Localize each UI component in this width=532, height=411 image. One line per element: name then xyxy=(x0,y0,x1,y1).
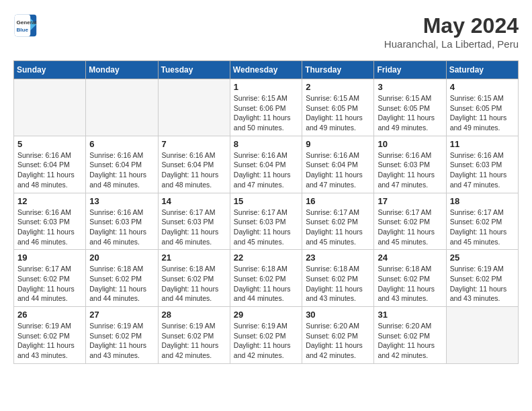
calendar-cell: 28Sunrise: 6:19 AM Sunset: 6:02 PM Dayli… xyxy=(158,307,230,364)
calendar-week-row: 12Sunrise: 6:16 AM Sunset: 6:03 PM Dayli… xyxy=(14,193,519,250)
calendar-cell: 26Sunrise: 6:19 AM Sunset: 6:02 PM Dayli… xyxy=(14,307,86,364)
day-number: 26 xyxy=(17,310,82,320)
calendar-cell: 1Sunrise: 6:15 AM Sunset: 6:06 PM Daylig… xyxy=(230,79,302,136)
day-info: Sunrise: 6:16 AM Sunset: 6:04 PM Dayligh… xyxy=(162,150,226,190)
calendar-cell: 9Sunrise: 6:16 AM Sunset: 6:04 PM Daylig… xyxy=(302,136,374,193)
calendar-cell xyxy=(446,307,518,364)
day-info: Sunrise: 6:19 AM Sunset: 6:02 PM Dayligh… xyxy=(234,321,298,361)
day-info: Sunrise: 6:17 AM Sunset: 6:03 PM Dayligh… xyxy=(162,208,226,247)
calendar-cell: 27Sunrise: 6:19 AM Sunset: 6:02 PM Dayli… xyxy=(86,307,158,364)
day-number: 13 xyxy=(89,196,154,206)
page-header: General Blue May 2024 Huaranchal, La Lib… xyxy=(13,13,519,50)
day-number: 16 xyxy=(306,196,370,206)
day-info: Sunrise: 6:20 AM Sunset: 6:02 PM Dayligh… xyxy=(306,321,370,361)
weekday-header: Monday xyxy=(86,61,158,79)
day-info: Sunrise: 6:17 AM Sunset: 6:03 PM Dayligh… xyxy=(234,208,298,247)
day-number: 11 xyxy=(450,139,515,149)
calendar-cell: 19Sunrise: 6:17 AM Sunset: 6:02 PM Dayli… xyxy=(14,250,86,307)
calendar-cell: 10Sunrise: 6:16 AM Sunset: 6:03 PM Dayli… xyxy=(374,136,446,193)
day-info: Sunrise: 6:17 AM Sunset: 6:02 PM Dayligh… xyxy=(17,264,82,304)
svg-text:Blue: Blue xyxy=(17,27,29,33)
calendar-cell: 2Sunrise: 6:15 AM Sunset: 6:05 PM Daylig… xyxy=(302,79,374,136)
calendar-cell: 23Sunrise: 6:18 AM Sunset: 6:02 PM Dayli… xyxy=(302,250,374,307)
day-number: 7 xyxy=(162,139,226,149)
calendar-week-row: 1Sunrise: 6:15 AM Sunset: 6:06 PM Daylig… xyxy=(14,79,519,136)
calendar-cell: 5Sunrise: 6:16 AM Sunset: 6:04 PM Daylig… xyxy=(14,136,86,193)
day-number: 12 xyxy=(17,196,82,206)
weekday-header: Thursday xyxy=(302,61,374,79)
day-number: 15 xyxy=(234,196,298,206)
calendar-cell: 7Sunrise: 6:16 AM Sunset: 6:04 PM Daylig… xyxy=(158,136,230,193)
calendar-table: SundayMondayTuesdayWednesdayThursdayFrid… xyxy=(13,60,519,364)
calendar-cell: 30Sunrise: 6:20 AM Sunset: 6:02 PM Dayli… xyxy=(302,307,374,364)
calendar-cell: 24Sunrise: 6:18 AM Sunset: 6:02 PM Dayli… xyxy=(374,250,446,307)
day-info: Sunrise: 6:15 AM Sunset: 6:05 PM Dayligh… xyxy=(378,93,442,133)
day-number: 17 xyxy=(378,196,442,206)
day-info: Sunrise: 6:18 AM Sunset: 6:02 PM Dayligh… xyxy=(378,264,442,304)
day-number: 29 xyxy=(234,310,298,320)
calendar-week-row: 5Sunrise: 6:16 AM Sunset: 6:04 PM Daylig… xyxy=(14,136,519,193)
day-number: 8 xyxy=(234,139,298,149)
calendar-cell: 29Sunrise: 6:19 AM Sunset: 6:02 PM Dayli… xyxy=(230,307,302,364)
weekday-header: Saturday xyxy=(446,61,518,79)
calendar-cell: 20Sunrise: 6:18 AM Sunset: 6:02 PM Dayli… xyxy=(86,250,158,307)
day-info: Sunrise: 6:16 AM Sunset: 6:03 PM Dayligh… xyxy=(378,150,442,190)
logo: General Blue xyxy=(13,13,38,38)
calendar-cell: 12Sunrise: 6:16 AM Sunset: 6:03 PM Dayli… xyxy=(14,193,86,250)
day-number: 1 xyxy=(234,82,298,92)
calendar-cell: 11Sunrise: 6:16 AM Sunset: 6:03 PM Dayli… xyxy=(446,136,518,193)
day-number: 18 xyxy=(450,196,515,206)
day-number: 3 xyxy=(378,82,442,92)
day-info: Sunrise: 6:19 AM Sunset: 6:02 PM Dayligh… xyxy=(89,321,154,361)
day-info: Sunrise: 6:15 AM Sunset: 6:06 PM Dayligh… xyxy=(234,93,298,133)
day-number: 2 xyxy=(306,82,370,92)
day-info: Sunrise: 6:16 AM Sunset: 6:04 PM Dayligh… xyxy=(306,150,370,190)
calendar-cell: 16Sunrise: 6:17 AM Sunset: 6:02 PM Dayli… xyxy=(302,193,374,250)
day-number: 27 xyxy=(89,310,154,320)
day-number: 19 xyxy=(17,253,82,263)
day-info: Sunrise: 6:18 AM Sunset: 6:02 PM Dayligh… xyxy=(234,264,298,304)
day-number: 9 xyxy=(306,139,370,149)
calendar-cell: 13Sunrise: 6:16 AM Sunset: 6:03 PM Dayli… xyxy=(86,193,158,250)
day-number: 24 xyxy=(378,253,442,263)
day-number: 31 xyxy=(378,310,442,320)
calendar-cell: 3Sunrise: 6:15 AM Sunset: 6:05 PM Daylig… xyxy=(374,79,446,136)
weekday-header: Sunday xyxy=(14,61,86,79)
day-info: Sunrise: 6:18 AM Sunset: 6:02 PM Dayligh… xyxy=(89,264,154,304)
calendar-week-row: 26Sunrise: 6:19 AM Sunset: 6:02 PM Dayli… xyxy=(14,307,519,364)
day-info: Sunrise: 6:19 AM Sunset: 6:02 PM Dayligh… xyxy=(450,264,515,304)
calendar-cell: 4Sunrise: 6:15 AM Sunset: 6:05 PM Daylig… xyxy=(446,79,518,136)
calendar-cell: 22Sunrise: 6:18 AM Sunset: 6:02 PM Dayli… xyxy=(230,250,302,307)
calendar-cell: 8Sunrise: 6:16 AM Sunset: 6:04 PM Daylig… xyxy=(230,136,302,193)
calendar-cell: 31Sunrise: 6:20 AM Sunset: 6:02 PM Dayli… xyxy=(374,307,446,364)
day-info: Sunrise: 6:17 AM Sunset: 6:02 PM Dayligh… xyxy=(306,208,370,247)
day-info: Sunrise: 6:16 AM Sunset: 6:04 PM Dayligh… xyxy=(89,150,154,190)
day-number: 21 xyxy=(162,253,226,263)
day-info: Sunrise: 6:16 AM Sunset: 6:04 PM Dayligh… xyxy=(234,150,298,190)
day-info: Sunrise: 6:15 AM Sunset: 6:05 PM Dayligh… xyxy=(306,93,370,133)
day-number: 14 xyxy=(162,196,226,206)
month-year-title: May 2024 xyxy=(384,13,519,38)
day-number: 6 xyxy=(89,139,154,149)
day-info: Sunrise: 6:17 AM Sunset: 6:02 PM Dayligh… xyxy=(378,208,442,247)
calendar-cell: 14Sunrise: 6:17 AM Sunset: 6:03 PM Dayli… xyxy=(158,193,230,250)
weekday-header: Wednesday xyxy=(230,61,302,79)
location-subtitle: Huaranchal, La Libertad, Peru xyxy=(384,38,519,50)
calendar-header-row: SundayMondayTuesdayWednesdayThursdayFrid… xyxy=(14,61,519,79)
day-number: 28 xyxy=(162,310,226,320)
weekday-header: Tuesday xyxy=(158,61,230,79)
logo-icon: General Blue xyxy=(13,13,38,38)
day-info: Sunrise: 6:16 AM Sunset: 6:03 PM Dayligh… xyxy=(450,150,515,190)
day-number: 5 xyxy=(17,139,82,149)
calendar-cell: 18Sunrise: 6:17 AM Sunset: 6:02 PM Dayli… xyxy=(446,193,518,250)
day-info: Sunrise: 6:18 AM Sunset: 6:02 PM Dayligh… xyxy=(306,264,370,304)
day-number: 4 xyxy=(450,82,515,92)
calendar-cell xyxy=(86,79,158,136)
day-info: Sunrise: 6:20 AM Sunset: 6:02 PM Dayligh… xyxy=(378,321,442,361)
day-info: Sunrise: 6:17 AM Sunset: 6:02 PM Dayligh… xyxy=(450,208,515,247)
weekday-header: Friday xyxy=(374,61,446,79)
calendar-cell: 25Sunrise: 6:19 AM Sunset: 6:02 PM Dayli… xyxy=(446,250,518,307)
day-number: 20 xyxy=(89,253,154,263)
svg-text:General: General xyxy=(17,19,37,26)
calendar-week-row: 19Sunrise: 6:17 AM Sunset: 6:02 PM Dayli… xyxy=(14,250,519,307)
